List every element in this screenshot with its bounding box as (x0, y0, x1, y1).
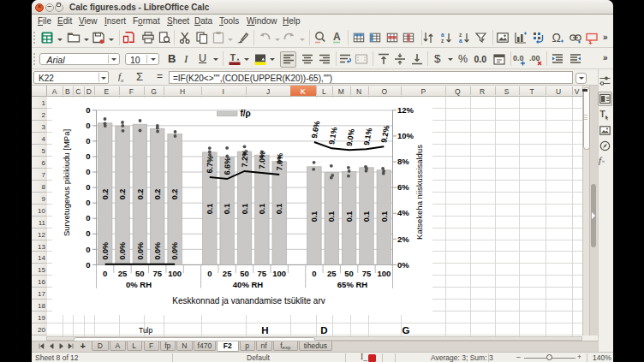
svg-text:.00: .00 (529, 54, 540, 62)
svg-text:8%: 8% (397, 157, 409, 166)
svg-text:0.2: 0.2 (100, 188, 109, 199)
svg-text:100: 100 (377, 268, 391, 277)
svg-text:9.2%: 9.2% (379, 124, 391, 143)
svg-text:0.1: 0.1 (379, 211, 388, 222)
svg-text:0.1: 0.1 (240, 203, 248, 214)
svg-text:0: 0 (103, 268, 107, 277)
svg-text:0: 0 (86, 244, 90, 253)
svg-text:0.1: 0.1 (275, 203, 283, 214)
svg-text:0.0%: 0.0% (135, 241, 144, 259)
svg-text:T: T (599, 110, 605, 119)
svg-text:0: 0 (86, 213, 90, 223)
svg-text:9.1%: 9.1% (361, 127, 373, 145)
svg-text:9.1%: 9.1% (327, 126, 338, 145)
svg-text:Keskkonnad ja vanandamise tsük: Keskkonnad ja vanandamise tsüklite arv (172, 296, 325, 306)
svg-text:6.7%: 6.7% (205, 155, 214, 173)
svg-text:0: 0 (86, 136, 90, 145)
svg-text:50: 50 (344, 268, 354, 277)
svg-text:50: 50 (240, 268, 249, 277)
svg-text:7.0%: 7.0% (275, 152, 284, 170)
svg-text:65% RH: 65% RH (337, 280, 367, 289)
svg-text:0: 0 (86, 182, 90, 192)
svg-text:0: 0 (86, 121, 90, 130)
svg-text:0.2: 0.2 (118, 188, 127, 199)
svg-text:0.0%: 0.0% (170, 241, 179, 259)
svg-text:7.2%: 7.2% (240, 149, 249, 167)
svg-text:a: a (441, 32, 444, 38)
svg-text:6%: 6% (397, 182, 409, 192)
svg-text:0: 0 (86, 228, 90, 238)
svg-text:z: z (441, 38, 444, 44)
svg-text:100: 100 (272, 268, 286, 277)
svg-text:0: 0 (86, 259, 90, 269)
svg-text:25: 25 (326, 268, 336, 277)
svg-text:7.0%: 7.0% (257, 151, 266, 169)
svg-text:0.1: 0.1 (310, 211, 319, 222)
svg-text:12%: 12% (397, 105, 414, 115)
svg-text:10%: 10% (397, 131, 414, 140)
svg-text:Survetugevus pikikiudu [MPa]: Survetugevus pikikiudu [MPa] (61, 128, 70, 235)
svg-text:z: z (459, 32, 462, 38)
svg-text:Ω: Ω (552, 31, 560, 45)
svg-text:A: A (333, 31, 341, 43)
svg-text:9.6%: 9.6% (309, 120, 320, 139)
svg-text:T: T (230, 52, 236, 62)
svg-text:0.1: 0.1 (258, 203, 266, 214)
svg-text:0: 0 (312, 268, 316, 277)
svg-text:0%: 0% (397, 259, 409, 269)
svg-text:25: 25 (117, 268, 127, 277)
svg-text:0: 0 (207, 268, 212, 277)
svg-text:40% RH: 40% RH (232, 280, 263, 289)
svg-text:6.6%: 6.6% (223, 157, 232, 175)
svg-text:0.1: 0.1 (327, 211, 336, 222)
svg-text:75: 75 (257, 268, 266, 277)
svg-text:0: 0 (86, 105, 90, 115)
svg-text:a: a (459, 38, 462, 44)
svg-text:0: 0 (86, 151, 90, 161)
svg-text:0.2: 0.2 (152, 188, 161, 199)
svg-text:0.1: 0.1 (223, 203, 231, 214)
svg-text:100: 100 (168, 268, 182, 277)
svg-text:2%: 2% (397, 234, 409, 243)
svg-text:0.2: 0.2 (170, 188, 179, 199)
svg-text:9.0%: 9.0% (344, 128, 355, 146)
svg-text:0: 0 (86, 167, 90, 176)
svg-text:25: 25 (222, 268, 231, 277)
svg-text:0.1: 0.1 (344, 211, 353, 222)
svg-text:0.2: 0.2 (135, 188, 144, 199)
svg-text:0.1: 0.1 (362, 211, 371, 222)
svg-text:50: 50 (135, 268, 145, 277)
svg-text:0.0%: 0.0% (152, 241, 161, 259)
svg-text:0.1: 0.1 (205, 203, 213, 214)
svg-text:0.0%: 0.0% (118, 241, 127, 259)
svg-text:4%: 4% (397, 208, 409, 217)
svg-text:Katsekeha niiskussisaldus: Katsekeha niiskussisaldus (414, 144, 424, 239)
svg-text:f/ρ: f/ρ (240, 109, 250, 118)
svg-text:0% RH: 0% RH (125, 280, 151, 289)
svg-text:75: 75 (361, 268, 371, 277)
svg-text:75: 75 (152, 268, 162, 277)
svg-text:0.0: 0.0 (513, 54, 524, 62)
svg-text:0: 0 (86, 198, 90, 207)
svg-text:0.0%: 0.0% (100, 241, 109, 259)
